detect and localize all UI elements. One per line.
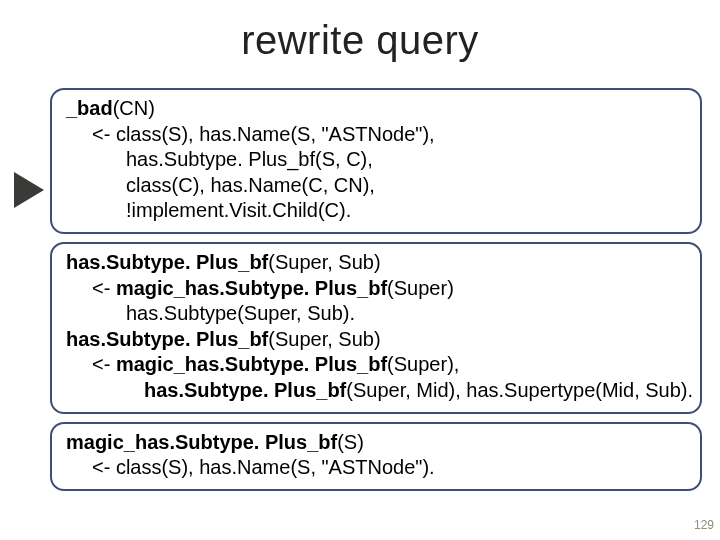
slide-title: rewrite query [0, 0, 720, 71]
code-line: magic_has.Subtype. Plus_bf(S) [66, 430, 686, 456]
code-box-1: _bad(CN) <- class(S), has.Name(S, "ASTNo… [50, 88, 702, 234]
code-line: has.Subtype(Super, Sub). [66, 301, 686, 327]
page-number: 129 [694, 518, 714, 532]
code-line: has.Subtype. Plus_bf(Super, Mid), has.Su… [66, 378, 686, 404]
code-line: has.Subtype. Plus_bf(S, C), [66, 147, 686, 173]
code-line: !implement.Visit.Child(C). [66, 198, 686, 224]
code-line: <- class(S), has.Name(S, "ASTNode"). [66, 455, 686, 481]
play-triangle-icon [14, 172, 44, 208]
code-line: <- class(S), has.Name(S, "ASTNode"), [66, 122, 686, 148]
slide: rewrite query _bad(CN) <- class(S), has.… [0, 0, 720, 540]
code-line: class(C), has.Name(C, CN), [66, 173, 686, 199]
code-box-3: magic_has.Subtype. Plus_bf(S) <- class(S… [50, 422, 702, 491]
code-line: has.Subtype. Plus_bf(Super, Sub) [66, 250, 686, 276]
code-box-2: has.Subtype. Plus_bf(Super, Sub) <- magi… [50, 242, 702, 414]
code-line: <- magic_has.Subtype. Plus_bf(Super) [66, 276, 686, 302]
svg-marker-0 [14, 172, 44, 208]
code-line: <- magic_has.Subtype. Plus_bf(Super), [66, 352, 686, 378]
code-line: _bad(CN) [66, 96, 686, 122]
code-boxes: _bad(CN) <- class(S), has.Name(S, "ASTNo… [50, 88, 702, 491]
code-line: has.Subtype. Plus_bf(Super, Sub) [66, 327, 686, 353]
